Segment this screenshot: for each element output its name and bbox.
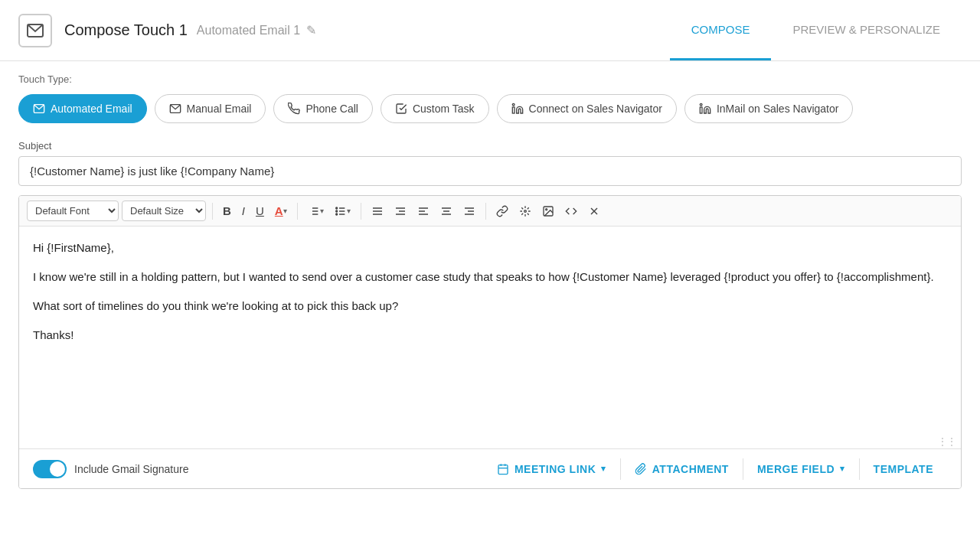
touch-btn-manual-email[interactable]: Manual Email xyxy=(155,94,266,123)
toggle-track[interactable] xyxy=(33,460,67,478)
indent-increase-button[interactable] xyxy=(390,202,410,220)
svg-rect-5 xyxy=(700,107,702,113)
align-left-button[interactable] xyxy=(413,202,433,220)
toggle-thumb xyxy=(50,461,65,477)
footer-right: MEETING LINK ▾ ATTACHMENT MERGE FIELD ▾ … xyxy=(483,455,947,483)
image-button[interactable] xyxy=(538,202,558,220)
header-tabs: COMPOSE PREVIEW & PERSONALIZE xyxy=(670,0,962,60)
link-button[interactable] xyxy=(492,202,512,220)
gmail-signature-label: Include Gmail Signature xyxy=(74,463,188,475)
svg-rect-3 xyxy=(512,107,514,113)
editor-footer: Include Gmail Signature MEETING LINK ▾ A… xyxy=(19,448,961,488)
align-right-button[interactable] xyxy=(459,202,479,220)
font-select[interactable]: Default Font xyxy=(27,201,119,221)
subject-section: Subject xyxy=(0,132,980,186)
underline-button[interactable]: U xyxy=(252,201,268,220)
svg-point-4 xyxy=(512,103,514,106)
size-select[interactable]: Default Size xyxy=(122,201,206,221)
touch-btn-connect-sales-navigator[interactable]: Connect on Sales Navigator xyxy=(497,94,677,123)
template-button[interactable]: TEMPLATE xyxy=(860,455,947,483)
header: Compose Touch 1 Automated Email 1 ✎ COMP… xyxy=(0,0,980,61)
ordered-list-button[interactable]: ▾ xyxy=(304,202,328,220)
edit-icon[interactable]: ✎ xyxy=(306,23,316,37)
svg-point-18 xyxy=(335,214,337,215)
editor-wrapper: Default Font Default Size B I U A ▾ ▾ ▾ xyxy=(18,195,962,489)
toolbar-separator-1 xyxy=(212,203,213,220)
italic-button[interactable]: I xyxy=(238,201,249,220)
code-button[interactable] xyxy=(561,202,581,220)
special-link-button[interactable] xyxy=(515,202,535,220)
touch-type-options: Automated Email Manual Email Phone Call … xyxy=(18,94,962,123)
clear-format-button[interactable] xyxy=(584,202,604,220)
toolbar-separator-2 xyxy=(297,203,298,220)
merge-field-button[interactable]: MERGE FIELD ▾ xyxy=(743,455,859,483)
email-body[interactable]: Hi {!FirstName}, I know we're still in a… xyxy=(19,227,961,448)
gmail-signature-toggle[interactable] xyxy=(33,460,67,478)
editor-toolbar: Default Font Default Size B I U A ▾ ▾ ▾ xyxy=(19,196,961,227)
tab-compose[interactable]: COMPOSE xyxy=(670,0,772,60)
subject-label: Subject xyxy=(18,140,962,152)
touch-type-section: Touch Type: Automated Email Manual Email… xyxy=(0,61,980,132)
svg-point-34 xyxy=(524,210,526,212)
align-center-button[interactable] xyxy=(436,202,456,220)
subtitle: Automated Email 1 xyxy=(197,24,300,37)
attachment-button[interactable]: ATTACHMENT xyxy=(621,455,743,483)
toolbar-separator-3 xyxy=(361,203,361,220)
editor-section: Default Font Default Size B I U A ▾ ▾ ▾ xyxy=(0,186,980,489)
indent-decrease-button[interactable] xyxy=(368,202,387,220)
footer-left: Include Gmail Signature xyxy=(33,460,483,478)
svg-point-36 xyxy=(545,208,547,210)
touch-type-label: Touch Type: xyxy=(18,73,962,85)
resize-handle[interactable]: ⋮⋮ xyxy=(938,436,956,447)
touch-btn-inmail-sales-navigator[interactable]: InMail on Sales Navigator xyxy=(684,94,854,123)
tab-preview[interactable]: PREVIEW & PERSONALIZE xyxy=(771,0,962,60)
toolbar-separator-4 xyxy=(485,203,486,220)
page-title: Compose Touch 1 xyxy=(64,21,188,39)
compose-icon xyxy=(18,14,52,47)
meeting-link-button[interactable]: MEETING LINK ▾ xyxy=(483,455,620,483)
bold-button[interactable]: B xyxy=(219,201,235,220)
font-color-button[interactable]: A ▾ xyxy=(271,201,291,220)
touch-btn-custom-task[interactable]: Custom Task xyxy=(381,94,489,123)
touch-btn-phone-call[interactable]: Phone Call xyxy=(273,94,373,123)
svg-rect-39 xyxy=(498,465,508,474)
unordered-list-button[interactable]: ▾ xyxy=(331,202,354,220)
svg-point-17 xyxy=(335,210,337,212)
subject-input[interactable] xyxy=(18,156,962,186)
svg-point-16 xyxy=(335,207,337,209)
svg-point-6 xyxy=(700,103,702,106)
touch-btn-automated-email[interactable]: Automated Email xyxy=(18,94,147,123)
